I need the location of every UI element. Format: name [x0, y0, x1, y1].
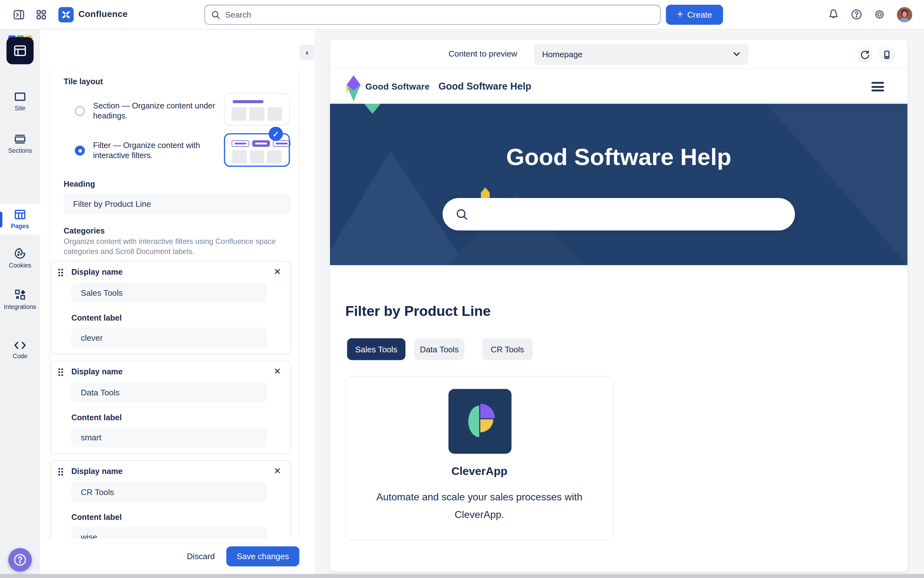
filter-pill-sales-tools[interactable]: Sales Tools — [347, 338, 405, 360]
sidebar-item-integrations[interactable]: Integrations — [0, 289, 40, 310]
chevron-down-icon — [733, 52, 741, 57]
filter-pill-cr-tools[interactable]: CR Tools — [482, 338, 533, 360]
settings-panel: ‹ Tile layout Section — Organize content… — [40, 29, 315, 578]
filter-option-label[interactable]: Filter — Organize content with interacti… — [93, 140, 223, 160]
panel-footer: Discard Save changes — [40, 539, 315, 578]
hero-search-bar[interactable] — [443, 198, 795, 231]
panel-divider-left — [50, 69, 50, 538]
panel-divider-right — [299, 69, 300, 538]
content-label-input[interactable] — [71, 427, 267, 447]
content-to-preview-label: Content to preview — [449, 49, 517, 58]
drag-handle-icon[interactable] — [58, 369, 65, 377]
search-icon — [456, 208, 468, 221]
hamburger-menu-icon[interactable] — [872, 82, 884, 94]
top-bar: Confluence + Create — [0, 0, 924, 29]
confluence-logo-icon[interactable] — [58, 7, 74, 23]
categories-label: Categories — [64, 226, 105, 235]
screen: Confluence + Create — [0, 0, 924, 578]
cleverapp-title: CleverApp — [346, 465, 613, 478]
cleverapp-description: Automate and scale your sales processes … — [346, 489, 613, 524]
workspace: Site Sections Pages Cookies — [0, 29, 924, 578]
site-title[interactable]: Good Software Help — [438, 81, 532, 92]
sidebar-item-cookies[interactable]: Cookies — [0, 248, 40, 269]
drag-handle-icon[interactable] — [58, 269, 65, 277]
category-card-data-tools: Display name ✕ Content label — [50, 361, 291, 454]
teal-notch-shape — [364, 104, 381, 114]
site-header: Good Software Good Software Help — [330, 69, 908, 104]
category-card-sales-tools: Display name ✕ Content label — [50, 261, 291, 354]
help-icon[interactable] — [851, 8, 863, 21]
brand-name[interactable]: Good Software — [366, 81, 430, 91]
remove-category-icon[interactable]: ✕ — [274, 266, 281, 277]
categories-description: Organize content with interactive filter… — [64, 237, 295, 257]
smartphone-icon — [882, 50, 891, 59]
layout-icon — [6, 37, 34, 64]
notifications-icon[interactable] — [828, 8, 840, 21]
thumb-heading-bar — [233, 100, 264, 103]
user-avatar[interactable] — [897, 7, 913, 23]
preview-content: Filter by Product Line Sales Tools Data … — [330, 265, 908, 572]
search-input[interactable] — [225, 10, 654, 19]
viewport-app-logo[interactable] — [6, 37, 34, 64]
diagonal-shape — [766, 104, 908, 265]
section-layout-thumbnail[interactable] — [224, 93, 290, 125]
cleverapp-logo — [449, 389, 512, 454]
tile-layout-label: Tile layout — [64, 77, 103, 86]
mobile-preview-button[interactable] — [879, 47, 894, 62]
content-label-input[interactable] — [71, 328, 267, 348]
selected-check-icon: ✓ — [269, 127, 283, 141]
cleverapp-card[interactable]: CleverApp Automate and scale your sales … — [345, 376, 613, 540]
heading-label: Heading — [64, 180, 95, 188]
horizontal-scrollbar[interactable] — [0, 574, 924, 578]
preview-toolbar: Content to preview Homepage — [330, 40, 908, 69]
plus-icon: + — [677, 9, 683, 19]
help-fab-button[interactable] — [8, 548, 32, 572]
preview-pane: Content to preview Homepage — [330, 40, 908, 572]
hero-title: Good Software Help — [330, 144, 908, 170]
app-switcher-icon[interactable] — [35, 8, 48, 21]
app-name: Confluence — [78, 9, 128, 19]
pages-icon — [14, 209, 26, 220]
left-rail: Site Sections Pages Cookies — [0, 29, 40, 578]
radio-filter-layout[interactable] — [75, 146, 85, 156]
filter-section-heading: Filter by Product Line — [345, 303, 491, 320]
drag-handle-icon[interactable] — [58, 468, 65, 476]
heading-input[interactable] — [64, 194, 291, 214]
remove-category-icon[interactable]: ✕ — [274, 366, 281, 377]
cookie-icon — [14, 248, 26, 260]
code-icon — [13, 341, 26, 350]
global-search[interactable] — [204, 5, 661, 25]
site-icon — [14, 91, 26, 102]
display-name-input[interactable] — [71, 482, 267, 502]
refresh-icon — [860, 50, 870, 59]
radio-section-layout[interactable] — [75, 106, 85, 116]
create-button[interactable]: + Create — [666, 5, 723, 25]
discard-button[interactable]: Discard — [187, 552, 215, 561]
page-select[interactable]: Homepage — [534, 44, 749, 65]
collapse-sidebar-icon[interactable] — [12, 8, 25, 21]
collapse-panel-button[interactable]: ‹ — [300, 45, 315, 60]
display-name-input[interactable] — [71, 283, 267, 303]
search-icon — [211, 10, 220, 19]
sections-icon — [14, 134, 26, 144]
sidebar-item-sections[interactable]: Sections — [0, 134, 40, 154]
active-indicator — [0, 211, 3, 227]
good-software-logo-icon — [345, 75, 362, 102]
hero-banner: Good Software Help — [330, 104, 908, 265]
remove-category-icon[interactable]: ✕ — [274, 466, 281, 476]
display-name-input[interactable] — [71, 383, 267, 403]
sidebar-item-pages[interactable]: Pages — [0, 204, 40, 235]
sidebar-item-site[interactable]: Site — [0, 91, 40, 112]
question-icon — [13, 553, 27, 567]
sidebar-item-code[interactable]: Code — [0, 341, 40, 360]
settings-gear-icon[interactable] — [874, 8, 886, 21]
filter-pill-data-tools[interactable]: Data Tools — [414, 338, 464, 360]
save-changes-button[interactable]: Save changes — [226, 546, 300, 567]
integrations-icon — [14, 289, 26, 301]
refresh-preview-button[interactable] — [858, 47, 872, 62]
section-option-label[interactable]: Section — Organize content under heading… — [93, 101, 223, 121]
